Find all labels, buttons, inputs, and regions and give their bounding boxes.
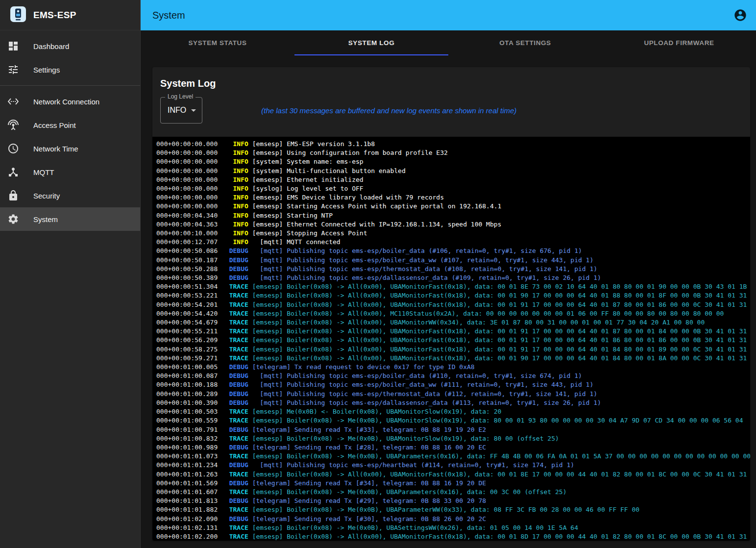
main-area: System SYSTEM STATUS SYSTEM LOG OTA SETT… — [141, 0, 756, 548]
sidebar-item-label: Access Point — [33, 121, 76, 129]
gear-icon — [7, 213, 19, 225]
log-line: 000+00:00:50.086 DEBUG [mqtt] Publishing… — [156, 247, 750, 255]
sidebar-divider — [0, 85, 140, 86]
sidebar-nav: Dashboard Settings Network Connection Ac — [0, 30, 140, 231]
app-logo-icon — [10, 6, 26, 25]
log-line: 000+00:00:04.340 INFO [emsesp] Starting … — [156, 211, 750, 220]
log-line: 000+00:00:00.000 INFO [system] Multi-fun… — [156, 167, 750, 175]
tune-icon — [7, 64, 19, 75]
tab-label: OTA SETTINGS — [499, 39, 551, 47]
log-line: 000+00:01:01.263 TRACE [emsesp] Boiler(0… — [156, 470, 750, 479]
sidebar-item-dashboard[interactable]: Dashboard — [0, 34, 140, 58]
sidebar-item-network-connection[interactable]: Network Connection — [0, 90, 140, 113]
log-line: 000+00:00:50.288 DEBUG [mqtt] Publishing… — [156, 265, 750, 274]
sidebar: EMS-ESP Dashboard Settings Network Co — [0, 0, 141, 548]
system-log-card: System Log Log Level INFO (the last 30 m… — [152, 67, 750, 541]
tab-label: SYSTEM LOG — [348, 39, 395, 47]
sidebar-item-system[interactable]: System — [0, 207, 140, 231]
sidebar-item-mqtt[interactable]: MQTT — [0, 160, 140, 184]
tab-upload-firmware[interactable]: UPLOAD FIRMWARE — [602, 30, 756, 55]
log-line: 000+00:00:58.275 TRACE [emsesp] Boiler(0… — [156, 345, 750, 354]
log-line: 000+00:00:56.209 TRACE [emsesp] Boiler(0… — [156, 336, 750, 345]
log-line: 000+00:00:12.707 INFO [mqtt] MQTT connec… — [156, 238, 750, 247]
log-line: 000+00:00:51.304 TRACE [emsesp] Boiler(0… — [156, 282, 750, 291]
tab-label: UPLOAD FIRMWARE — [644, 39, 714, 47]
log-line: 000+00:01:02.090 DEBUG [telegram] Sendin… — [156, 515, 750, 523]
sidebar-item-network-time[interactable]: Network Time — [0, 137, 140, 160]
log-line: 000+00:00:00.000 INFO [emsesp] EMS-ESP v… — [156, 140, 750, 149]
log-line: 000+00:01:00.087 DEBUG [mqtt] Publishing… — [156, 372, 750, 380]
log-line: 000+00:00:04.363 INFO [emsesp] Ethernet … — [156, 220, 750, 229]
log-line: 000+00:01:00.188 DEBUG [mqtt] Publishing… — [156, 380, 750, 389]
log-line: 000+00:01:00.832 TRACE [emsesp] Boiler(0… — [156, 434, 750, 443]
device-hub-icon — [7, 166, 19, 178]
tab-label: SYSTEM STATUS — [188, 39, 246, 47]
log-level-select-label: Log Level — [165, 93, 195, 100]
sidebar-item-label: Dashboard — [33, 42, 69, 50]
log-console[interactable]: 000+00:00:00.000 INFO [emsesp] EMS-ESP v… — [152, 137, 750, 541]
page-title: System — [152, 10, 733, 21]
sidebar-item-label: MQTT — [33, 168, 54, 176]
log-line: 000+00:01:00.289 DEBUG [mqtt] Publishing… — [156, 390, 750, 399]
sidebar-item-label: Settings — [33, 66, 60, 74]
tab-system-status[interactable]: SYSTEM STATUS — [141, 30, 294, 55]
log-line: 000+00:00:00.000 INFO [emsesp] Starting … — [156, 202, 750, 211]
log-line: 000+00:00:00.000 INFO [syslog] Log level… — [156, 184, 750, 193]
log-line: 000+00:01:00.791 DEBUG [telegram] Sendin… — [156, 425, 750, 434]
log-line: 000+00:01:01.882 TRACE [emsesp] Boiler(0… — [156, 505, 750, 514]
tab-ota-settings[interactable]: OTA SETTINGS — [448, 30, 602, 55]
dashboard-icon — [7, 40, 19, 52]
sidebar-item-label: Security — [33, 192, 60, 200]
log-line: 000+00:00:00.000 INFO [system] System na… — [156, 157, 750, 166]
tab-bar: SYSTEM STATUS SYSTEM LOG OTA SETTINGS UP… — [141, 30, 756, 55]
log-line: 000+00:00:53.221 TRACE [emsesp] Boiler(0… — [156, 291, 750, 300]
account-icon[interactable] — [733, 8, 747, 22]
log-line: 000+00:01:00.005 DEBUG [telegram] Tx rea… — [156, 363, 750, 372]
log-line: 000+00:01:00.989 DEBUG [telegram] Sendin… — [156, 443, 750, 452]
log-line: 000+00:01:00.559 TRACE [emsesp] Boiler(0… — [156, 416, 750, 425]
log-line: 000+00:01:01.073 TRACE [emsesp] Boiler(0… — [156, 452, 750, 461]
appbar: System — [141, 0, 756, 30]
app-title: EMS-ESP — [33, 10, 76, 21]
log-controls-row: Log Level INFO (the last 30 messages are… — [160, 97, 742, 124]
sidebar-item-access-point[interactable]: Access Point — [0, 113, 140, 137]
tab-system-log[interactable]: SYSTEM LOG — [294, 30, 448, 55]
log-level-select-value: INFO — [168, 106, 186, 115]
card-title: System Log — [160, 78, 742, 89]
log-line: 000+00:01:01.569 DEBUG [telegram] Sendin… — [156, 479, 750, 488]
log-line: 000+00:00:50.187 DEBUG [mqtt] Publishing… — [156, 256, 750, 265]
log-line: 000+00:01:00.390 DEBUG [mqtt] Publishing… — [156, 399, 750, 407]
app-root: EMS-ESP Dashboard Settings Network Co — [0, 0, 756, 548]
log-line: 000+00:00:54.420 TRACE [emsesp] Boiler(0… — [156, 309, 750, 318]
lock-icon — [7, 190, 19, 201]
log-console-content: 000+00:00:00.000 INFO [emsesp] EMS-ESP v… — [152, 137, 750, 541]
log-line: 000+00:00:00.000 INFO [emsesp] EMS Devic… — [156, 193, 750, 202]
chevron-down-icon — [191, 109, 196, 112]
sidebar-item-settings[interactable]: Settings — [0, 58, 140, 81]
sidebar-header: EMS-ESP — [0, 0, 140, 30]
antenna-icon — [7, 119, 19, 131]
system-log-card-header: System Log Log Level INFO (the last 30 m… — [152, 67, 750, 137]
log-line: 000+00:00:00.000 INFO [emsesp] Using con… — [156, 149, 750, 157]
log-hint-text: (the last 30 messages are buffered and n… — [261, 106, 516, 115]
log-line: 000+00:00:54.201 TRACE [emsesp] Boiler(0… — [156, 300, 750, 309]
log-line: 000+00:01:02.200 TRACE [emsesp] Boiler(0… — [156, 532, 750, 541]
log-line: 000+00:00:59.271 TRACE [emsesp] Boiler(0… — [156, 354, 750, 363]
sidebar-item-label: System — [33, 215, 58, 224]
log-level-select[interactable]: Log Level INFO — [160, 97, 202, 124]
ethernet-icon — [7, 96, 19, 107]
sidebar-item-label: Network Connection — [33, 98, 99, 106]
clock-icon — [7, 143, 19, 154]
log-line: 000+00:01:01.234 DEBUG [mqtt] Publishing… — [156, 461, 750, 470]
content-area: System Log Log Level INFO (the last 30 m… — [141, 55, 756, 548]
log-line: 000+00:01:02.131 TRACE [emsesp] Boiler(0… — [156, 523, 750, 532]
log-line: 000+00:00:00.000 INFO [emsesp] Ethernet … — [156, 175, 750, 184]
log-line: 000+00:00:50.389 DEBUG [mqtt] Publishing… — [156, 274, 750, 282]
log-line: 000+00:00:55.211 TRACE [emsesp] Boiler(0… — [156, 327, 750, 336]
log-line: 000+00:00:10.000 INFO [emsesp] Stopping … — [156, 229, 750, 238]
log-line: 000+00:01:01.607 TRACE [emsesp] Boiler(0… — [156, 488, 750, 497]
log-line: 000+00:01:01.813 DEBUG [telegram] Sendin… — [156, 497, 750, 505]
sidebar-item-security[interactable]: Security — [0, 184, 140, 207]
log-line: 000+00:01:00.503 TRACE [emsesp] Me(0x0B)… — [156, 407, 750, 416]
sidebar-item-label: Network Time — [33, 145, 78, 153]
